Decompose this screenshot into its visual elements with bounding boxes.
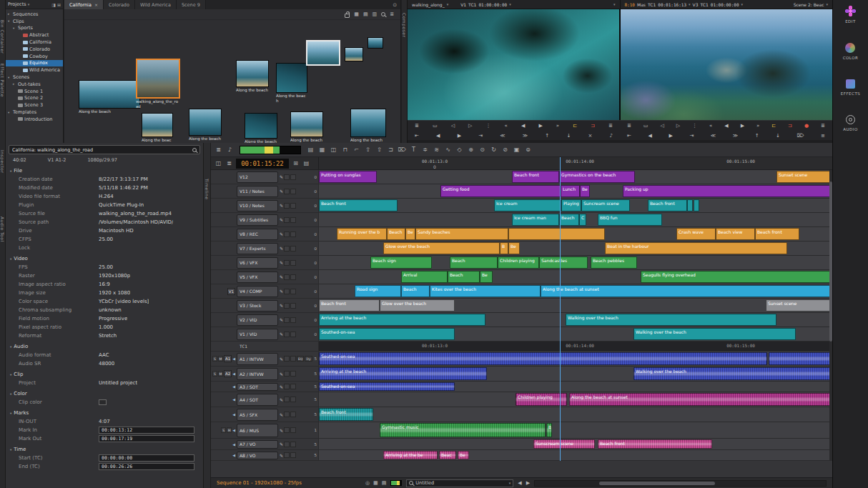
timeline-clip-arrival[interactable]: Arrival: [401, 271, 448, 283]
clear-marks-button[interactable]: ↓: [566, 133, 571, 139]
timeline-clip-road-sign[interactable]: Road sign: [355, 285, 401, 297]
timeline-view-preset[interactable]: Untitled ▾: [406, 479, 513, 487]
track-control-button[interactable]: [290, 274, 296, 280]
previous-event-button[interactable]: ◁: [660, 123, 664, 129]
timeline-clip-packing-up[interactable]: Packing up: [623, 185, 832, 197]
track-lane-a4-sot[interactable]: Children playingAlong the beach at sunse…: [318, 392, 832, 407]
pencil-icon[interactable]: ✎: [280, 412, 283, 417]
previous-frame-button[interactable]: ◀: [648, 133, 651, 139]
pencil-icon[interactable]: ✎: [280, 260, 283, 265]
pencil-icon[interactable]: ✎: [280, 384, 283, 389]
tree-item-sports[interactable]: ▾Sports: [6, 25, 63, 32]
timeline-clip-running-over-the-b[interactable]: Running over the b: [337, 228, 387, 240]
track-selector-a7-vo[interactable]: A7 / VO: [237, 440, 278, 449]
chevron-down-icon[interactable]: ▾: [613, 2, 616, 6]
quality-toggle-icon[interactable]: ▭: [643, 123, 648, 129]
timeline-ruler[interactable]: 00:01:13:000:01:14:0000:01:15:000: [318, 157, 832, 169]
track-selector-v2-vid[interactable]: V2 / VID: [237, 314, 278, 326]
section-header-time[interactable]: ▾Time: [6, 443, 203, 454]
grid-view-icon[interactable]: ▦: [317, 146, 327, 153]
loop-icon[interactable]: ↻: [489, 146, 498, 153]
timeline-clip[interactable]: [508, 228, 605, 240]
tree-item-templates[interactable]: ▾Templates: [6, 109, 63, 116]
timeline-clip-southed-on-sea[interactable]: Southed-on-sea: [319, 352, 767, 365]
add-track-icon[interactable]: ⊞: [291, 160, 300, 166]
sidebar-item-edit[interactable]: EDIT: [845, 6, 856, 24]
pencil-icon[interactable]: ✎: [280, 397, 283, 402]
track-monitor-button[interactable]: [284, 356, 290, 362]
track-lane-v6-vfx[interactable]: Beach signBeachChildren playingSandcastl…: [318, 256, 832, 269]
timeline-clip-glow-over-the-beach[interactable]: Glow over the beach: [380, 299, 455, 312]
timeline-clip-glow-over-the-beach[interactable]: Glow over the beach: [383, 242, 500, 254]
source-tc-type[interactable]: TC1: [468, 2, 476, 7]
text-tool-icon[interactable]: T: [409, 146, 418, 153]
play-button[interactable]: ▶: [741, 123, 744, 129]
track-control-button[interactable]: [290, 246, 296, 252]
bin-menu-icon[interactable]: ≣: [390, 11, 394, 17]
record-timecode2[interactable]: 01:00:00:00: [711, 2, 739, 7]
match-frame-icon[interactable]: ≑: [420, 146, 430, 153]
inspector-tab[interactable]: Inspector: [0, 150, 5, 174]
previous-frame-button[interactable]: ◀: [436, 133, 440, 139]
track-monitor-button[interactable]: [284, 384, 290, 389]
pencil-icon[interactable]: ✎: [280, 453, 283, 458]
track-lane-a7-vo[interactable]: Sunscream sceneBeach front: [318, 439, 832, 449]
audio-tool-tab[interactable]: Audio Tool: [0, 216, 5, 242]
timeline-clip-bbq-fun[interactable]: BBQ fun: [598, 214, 662, 226]
timeline-clip-sunscream-scene[interactable]: Sunscream scene: [533, 439, 595, 449]
pencil-icon[interactable]: ✎: [280, 231, 283, 236]
timeline-clip-suncream-scene[interactable]: Suncream scene: [581, 199, 630, 211]
track-control-button[interactable]: [290, 203, 296, 209]
track-selector-v12[interactable]: V12: [237, 171, 278, 183]
bin-tab-colorado[interactable]: Colorado: [104, 0, 135, 9]
hamburger-menu-icon[interactable]: ≣: [214, 146, 223, 153]
fast-forward-button[interactable]: »: [556, 123, 559, 129]
track-monitor-button[interactable]: [284, 332, 290, 337]
solo-button[interactable]: S: [212, 356, 217, 362]
solo-button[interactable]: S: [212, 371, 217, 377]
tree-item-sequences[interactable]: ▸Sequences: [6, 11, 63, 18]
sidebar-item-audio[interactable]: AUDIO: [843, 115, 857, 131]
scrollbar-thumb[interactable]: [599, 482, 716, 485]
tree-item-california[interactable]: California: [6, 39, 63, 46]
inspector-input-mark-in[interactable]: 00:00:13:12: [99, 427, 194, 434]
track-height-icon[interactable]: ▤: [302, 160, 311, 166]
disclosure-icon[interactable]: ▾: [8, 111, 11, 114]
tree-item-introduction[interactable]: Introduction: [6, 116, 63, 123]
list-view-icon[interactable]: ▤: [306, 146, 315, 153]
inspector-search-field[interactable]: California: walking_along_the_road: [9, 145, 200, 154]
master-track-label[interactable]: Mas: [637, 2, 646, 7]
more-options-icon[interactable]: ⋮: [692, 123, 697, 129]
tree-item-clips[interactable]: ▾Clips: [6, 18, 63, 25]
step-backward-button[interactable]: ◀: [521, 123, 525, 129]
extract-button[interactable]: ⌦: [797, 133, 804, 139]
sidebar-item-effects[interactable]: EFFECTS: [841, 79, 860, 96]
track-control-button[interactable]: [290, 384, 296, 389]
inspector-input-start-tc[interactable]: 00:00:00:00: [99, 454, 194, 462]
timeline-clip-arriving-at-the-beach[interactable]: Arriving at the beach: [319, 314, 485, 326]
track-monitor-button[interactable]: [284, 303, 290, 309]
timeline-clip-b[interactable]: B: [546, 423, 552, 437]
segment-insert-icon[interactable]: ◫: [329, 146, 338, 153]
audio-effect-icon[interactable]: ∿: [443, 146, 453, 153]
pencil-icon[interactable]: ✎: [280, 189, 283, 194]
lock-icon[interactable]: [345, 14, 350, 18]
timeline-clip-children-playing[interactable]: Children playing: [498, 257, 539, 269]
track-lane-v9-subtitles[interactable]: Ice cream manBeachCBBQ fun: [318, 213, 832, 226]
track-monitor-button[interactable]: [284, 427, 290, 433]
pencil-icon[interactable]: ✎: [280, 217, 283, 222]
track-monitor-button[interactable]: [284, 260, 290, 266]
fast-forward-button[interactable]: »: [756, 123, 759, 129]
track-control-button[interactable]: [290, 442, 296, 447]
track-selector-v8-rec[interactable]: V8 / REC: [237, 229, 278, 240]
remove-button[interactable]: ×: [588, 133, 592, 139]
mute-button[interactable]: M: [218, 356, 223, 362]
pencil-icon[interactable]: ✎: [280, 246, 283, 251]
record-monitor[interactable]: [621, 9, 832, 120]
track-control-button[interactable]: [290, 303, 296, 309]
tree-item-scenes[interactable]: ▾Scenes: [6, 74, 63, 81]
timeline-clip-be[interactable]: Be: [508, 242, 520, 254]
bin-tab-california[interactable]: California×: [64, 0, 104, 9]
timeline-clip-gymnastics-on-the-beach[interactable]: Gymnastics on the beach: [559, 171, 635, 183]
track-monitor-button[interactable]: [284, 442, 290, 447]
